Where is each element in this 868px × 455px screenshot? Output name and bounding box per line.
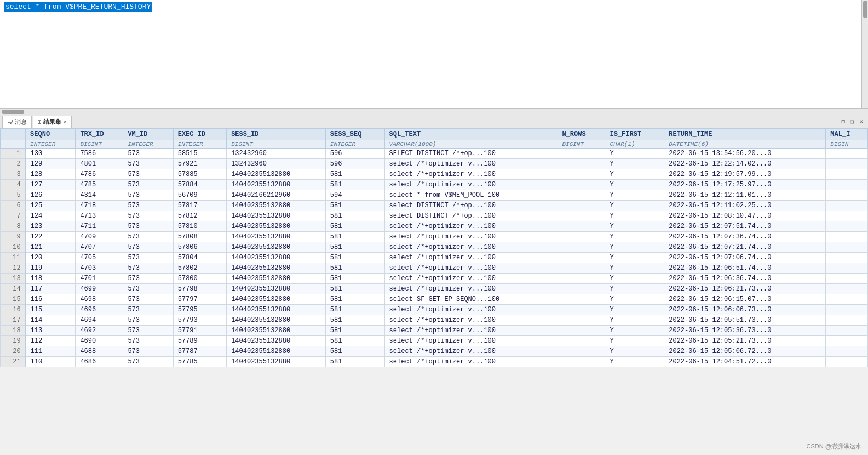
table-cell — [557, 305, 605, 315]
table-cell: 2022-06-15 12:04:51.72...0 — [664, 357, 826, 367]
table-cell: 2022-06-15 12:07:06.74...0 — [664, 253, 826, 263]
table-cell: 121 — [26, 242, 76, 253]
table-cell: 573 — [123, 294, 173, 305]
col-sessid-type: BIGINT — [227, 140, 326, 149]
table-cell: 140402355132880 — [227, 294, 326, 305]
table-cell — [557, 159, 605, 169]
table-cell — [557, 201, 605, 211]
table-cell: 581 — [325, 180, 384, 190]
table-cell: 124 — [26, 211, 76, 221]
table-cell — [826, 294, 868, 305]
table-cell: Y — [605, 169, 664, 180]
table-cell: 573 — [123, 315, 173, 326]
table-cell: Y — [605, 357, 664, 367]
table-cell: 2022-06-15 12:05:36.73...0 — [664, 326, 826, 336]
table-cell: Y — [605, 315, 664, 326]
table-cell: 127 — [26, 180, 76, 190]
table-row: 6125471857357817140402355132880581select… — [1, 201, 868, 211]
table-cell: Y — [605, 211, 664, 221]
table-cell: 17 — [1, 315, 26, 326]
table-cell: select /*+optimizer v...100 — [384, 232, 557, 242]
table-cell: 573 — [123, 169, 173, 180]
tab-action-3[interactable]: ✕ — [858, 117, 865, 126]
table-cell: select /*+optimizer v...100 — [384, 336, 557, 346]
table-cell: 140402355132880 — [227, 169, 326, 180]
table-cell: 4696 — [76, 305, 123, 315]
table-cell: Y — [605, 242, 664, 253]
vertical-scrollbar[interactable] — [861, 0, 868, 108]
table-row: 19112469057357789140402355132880581selec… — [1, 336, 868, 346]
table-cell: 140402355132880 — [227, 211, 326, 221]
table-cell: 596 — [325, 159, 384, 169]
table-cell: 57817 — [173, 201, 226, 211]
table-cell — [826, 201, 868, 211]
table-row: 13118470157357800140402355132880581selec… — [1, 274, 868, 284]
table-cell: 581 — [325, 242, 384, 253]
table-row: 1130758657358515132432960596SELECT DISTI… — [1, 149, 868, 159]
vertical-scrollbar-thumb[interactable] — [863, 1, 867, 18]
table-cell: 116 — [26, 294, 76, 305]
table-cell: 56709 — [173, 190, 226, 201]
table-cell: 140402355132880 — [227, 221, 326, 232]
table-cell: 140402355132880 — [227, 284, 326, 294]
table-cell: 57804 — [173, 253, 226, 263]
table-cell — [826, 149, 868, 159]
table-cell: 573 — [123, 201, 173, 211]
column-types-row: INTEGER BIGINT INTEGER INTEGER BIGINT IN… — [1, 140, 868, 149]
table-cell: 140402355132880 — [227, 242, 326, 253]
results-wrapper[interactable]: SEQNO TRX_ID VM_ID EXEC ID SESS_ID SESS_… — [0, 128, 868, 455]
table-cell: 11 — [1, 253, 26, 263]
table-cell: 4 — [1, 180, 26, 190]
table-cell: 2022-06-15 12:07:51.74...0 — [664, 221, 826, 232]
table-cell: 140402166212960 — [227, 190, 326, 201]
table-cell: 2 — [1, 159, 26, 169]
table-cell: Y — [605, 159, 664, 169]
table-cell: 140402355132880 — [227, 315, 326, 326]
table-cell: select /*+optimizer v...100 — [384, 346, 557, 357]
table-cell: 1 — [1, 149, 26, 159]
table-cell: 2022-06-15 12:19:57.99...0 — [664, 169, 826, 180]
tab-action-2[interactable]: ❏ — [849, 117, 856, 126]
table-cell: 57806 — [173, 242, 226, 253]
table-row: 15116469857357797140402355132880581selec… — [1, 294, 868, 305]
editor-area: select * from V$PRE_RETURN_HISTORY — [0, 0, 868, 115]
table-cell: 57808 — [173, 232, 226, 242]
tab-results[interactable]: ⊞ 结果集 ✕ — [33, 116, 72, 128]
table-cell — [557, 346, 605, 357]
table-cell: 120 — [26, 253, 76, 263]
col-returntime-type: DATETIME(6) — [664, 140, 826, 149]
table-cell: 10 — [1, 242, 26, 253]
tab-results-close[interactable]: ✕ — [64, 118, 67, 125]
table-cell: 4709 — [76, 232, 123, 242]
table-cell: 4701 — [76, 274, 123, 284]
table-cell: 581 — [325, 346, 384, 357]
results-table: SEQNO TRX_ID VM_ID EXEC ID SESS_ID SESS_… — [0, 128, 868, 367]
horizontal-scrollbar[interactable] — [0, 108, 868, 115]
table-cell — [557, 263, 605, 274]
table-cell: 140402355132880 — [227, 346, 326, 357]
table-cell: 573 — [123, 242, 173, 253]
table-cell: 57791 — [173, 326, 226, 336]
horizontal-scrollbar-thumb[interactable] — [2, 110, 24, 114]
table-cell: select /*+optimizer v...100 — [384, 242, 557, 253]
table-cell: 57789 — [173, 336, 226, 346]
tab-messages[interactable]: 🗨 消息 — [2, 116, 32, 128]
editor-content[interactable]: select * from V$PRE_RETURN_HISTORY — [0, 0, 868, 115]
tab-action-1[interactable]: ❐ — [840, 117, 847, 126]
table-cell: 573 — [123, 284, 173, 294]
table-cell — [557, 274, 605, 284]
table-row: 21110468657357785140402355132880581selec… — [1, 357, 868, 367]
table-cell: 3 — [1, 169, 26, 180]
table-cell: 573 — [123, 346, 173, 357]
table-cell: 4801 — [76, 159, 123, 169]
table-cell: 129 — [26, 159, 76, 169]
col-sqltext-header: SQL_TEXT — [384, 129, 557, 140]
table-cell: 19 — [1, 336, 26, 346]
table-cell: 140402355132880 — [227, 357, 326, 367]
table-cell: 2022-06-15 12:17:25.97...0 — [664, 180, 826, 190]
table-cell: 4786 — [76, 169, 123, 180]
table-cell: 2022-06-15 12:06:21.73...0 — [664, 284, 826, 294]
table-cell: 140402355132880 — [227, 274, 326, 284]
table-cell — [557, 149, 605, 159]
table-cell: 2022-06-15 12:06:15.07...0 — [664, 294, 826, 305]
